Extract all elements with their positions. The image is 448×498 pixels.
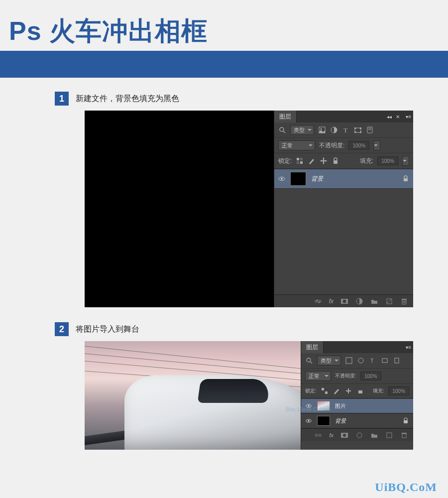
ps-screenshot-1: 图层 ◂◂ ✕ ▾≡ 类型 T [85, 111, 413, 307]
link-icon[interactable] [314, 431, 322, 439]
svg-rect-14 [297, 158, 299, 160]
layer-name: 图片 [335, 402, 409, 410]
adjust-filter-icon[interactable] [330, 126, 338, 134]
svg-rect-31 [402, 299, 407, 300]
opacity-stepper[interactable] [373, 140, 380, 150]
smart-filter-icon[interactable] [393, 357, 401, 365]
ps1-canvas [85, 111, 274, 307]
panel-tabbar: 图层 ◂◂ ✕ ▾≡ [274, 111, 413, 123]
lock-all-icon[interactable] [356, 387, 364, 395]
layer-background[interactable]: 背景 [301, 413, 413, 428]
smart-filter-icon[interactable] [366, 126, 374, 134]
svg-line-40 [310, 362, 312, 364]
panel-menu-icon[interactable]: ▾≡ [406, 341, 411, 353]
step-1-text: 新建文件，背景色填充为黑色 [76, 94, 179, 104]
shape-filter-icon[interactable] [354, 126, 362, 134]
collapse-icon[interactable]: ◂◂ [387, 114, 392, 120]
adjust-filter-icon[interactable] [357, 357, 365, 365]
step-2: 2 将图片导入到舞台 [55, 322, 428, 450]
opacity-value[interactable]: 100% [348, 141, 369, 150]
svg-rect-15 [300, 158, 303, 160]
svg-rect-16 [297, 161, 299, 164]
lock-label: 锁定: [305, 387, 317, 394]
page-title: Ps 火车冲出相框 [0, 10, 448, 51]
layers-tab[interactable]: 图层 [274, 111, 297, 123]
close-icon[interactable]: ✕ [396, 114, 400, 120]
lock-icon [402, 417, 409, 424]
new-layer-icon[interactable] [385, 431, 393, 439]
fx-icon[interactable]: fx [329, 298, 334, 305]
mask-icon[interactable] [340, 431, 348, 439]
ps2-layers-panel: 图层 ▾≡ 类型 T 正常 不透明度: 100% [301, 341, 413, 450]
lock-trans-icon[interactable] [321, 387, 329, 395]
step-2-number: 2 [55, 322, 69, 336]
search-icon[interactable] [305, 357, 313, 365]
lock-move-icon[interactable] [320, 157, 328, 165]
fill-stepper[interactable] [402, 156, 409, 166]
lock-row: 锁定: 填充: 100% [301, 384, 413, 398]
fill-value[interactable]: 100% [377, 156, 398, 165]
svg-rect-10 [360, 131, 361, 133]
panel-empty [274, 189, 413, 268]
svg-line-1 [283, 131, 285, 133]
shape-filter-icon[interactable] [381, 357, 389, 365]
trash-icon[interactable] [400, 297, 408, 305]
folder-icon[interactable] [370, 297, 378, 305]
lock-brush-icon[interactable] [308, 157, 316, 165]
watermark: UiBQ.CoM [375, 481, 437, 494]
svg-rect-8 [360, 127, 361, 129]
panel-collapse-icons: ◂◂ ✕ ▾≡ [387, 111, 411, 123]
new-layer-icon[interactable] [385, 297, 393, 305]
svg-rect-44 [382, 359, 387, 363]
svg-text:T: T [370, 358, 374, 364]
svg-rect-49 [346, 390, 351, 391]
mask-icon[interactable] [340, 297, 348, 305]
svg-point-0 [280, 127, 284, 131]
opacity-value[interactable]: 100% [360, 372, 381, 380]
kind-dropdown[interactable]: 类型 [317, 356, 341, 366]
lock-icon [402, 175, 409, 182]
svg-point-42 [358, 358, 363, 363]
trash-icon[interactable] [400, 431, 408, 439]
pixel-filter-icon[interactable] [345, 357, 353, 365]
blend-dropdown[interactable]: 正常 [305, 371, 331, 381]
ps-screenshot-2: 图层 ▾≡ 类型 T 正常 不透明度: 100% [85, 341, 413, 450]
svg-point-54 [308, 420, 309, 421]
blend-dropdown[interactable]: 正常 [278, 140, 315, 150]
lock-brush-icon[interactable] [333, 387, 340, 395]
folder-icon[interactable] [370, 431, 378, 439]
fx-icon[interactable]: fx [329, 432, 334, 438]
eye-icon[interactable] [305, 417, 312, 424]
layer-background[interactable]: 背景 [274, 169, 413, 189]
type-filter-icon[interactable]: T [369, 357, 377, 365]
lock-trans-icon[interactable] [296, 157, 304, 165]
lock-move-icon[interactable] [344, 387, 352, 395]
layer-thumb [290, 172, 306, 186]
search-icon[interactable] [278, 126, 286, 134]
panel-bottom-toolbar: fx [274, 294, 413, 307]
header: Ps 火车冲出相框 [0, 0, 448, 78]
svg-rect-19 [322, 160, 326, 161]
fill-value[interactable]: 100% [388, 386, 409, 395]
eye-icon[interactable] [278, 175, 285, 182]
opacity-label: 不透明度: [319, 141, 344, 150]
svg-rect-47 [325, 391, 328, 394]
panel-tabbar: 图层 ▾≡ [301, 341, 413, 353]
train-windshield [198, 379, 271, 403]
svg-rect-12 [368, 128, 371, 128]
layers-tab[interactable]: 图层 [301, 341, 324, 353]
link-icon[interactable] [314, 297, 322, 305]
adjustment-icon[interactable] [355, 431, 363, 439]
svg-rect-7 [354, 127, 356, 129]
pixel-filter-icon[interactable] [318, 126, 326, 134]
fill-label: 填充: [360, 157, 373, 165]
step-1-head: 1 新建文件，背景色填充为黑色 [55, 92, 428, 106]
kind-dropdown[interactable]: 类型 [290, 125, 314, 135]
step-1-number: 1 [55, 92, 69, 106]
svg-rect-56 [315, 434, 318, 436]
lock-all-icon[interactable] [332, 157, 339, 165]
adjustment-icon[interactable] [355, 297, 363, 305]
panel-menu-icon[interactable]: ▾≡ [406, 114, 411, 120]
svg-rect-41 [346, 358, 352, 364]
type-filter-icon[interactable]: T [342, 126, 350, 134]
